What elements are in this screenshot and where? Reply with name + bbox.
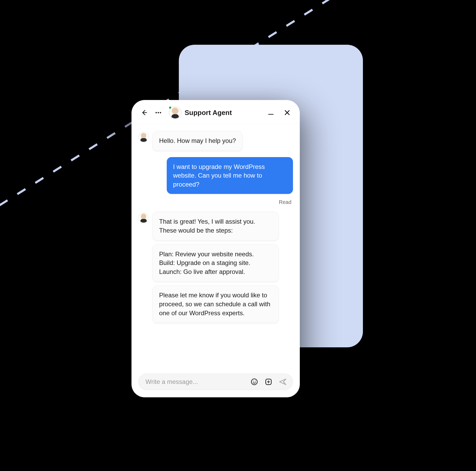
agent-message: Plan: Review your website needs. Build: …: [153, 244, 279, 282]
back-arrow-icon: [141, 109, 148, 116]
message-row: That is great! Yes, I will assist you. T…: [138, 212, 293, 323]
svg-point-8: [253, 381, 254, 382]
agent-message: Please let me know if you would like to …: [153, 285, 279, 323]
emoji-button[interactable]: [249, 377, 260, 387]
status-online-dot: [168, 106, 172, 109]
chat-messages[interactable]: Hello. How may I help you? I want to upg…: [131, 124, 300, 369]
agent-message: Hello. How may I help you?: [153, 131, 242, 151]
svg-point-3: [160, 112, 161, 113]
chat-header: Support Agent: [131, 100, 300, 124]
close-icon: [284, 109, 291, 116]
plus-box-icon: [265, 378, 272, 386]
svg-point-9: [255, 381, 256, 382]
chat-title-group: Support Agent: [169, 106, 232, 119]
chat-input-bar: [131, 369, 300, 397]
add-attachment-button[interactable]: [263, 377, 274, 387]
minimize-button[interactable]: [266, 107, 276, 118]
send-button[interactable]: [277, 377, 288, 387]
chat-title: Support Agent: [185, 109, 232, 117]
send-icon: [278, 378, 287, 386]
message-row: I want to upgrade my WordPress website. …: [138, 157, 293, 206]
emoji-icon: [250, 378, 258, 386]
agent-avatar: [138, 132, 149, 142]
svg-point-1: [155, 112, 157, 113]
back-button[interactable]: [139, 107, 149, 118]
minimize-icon: [267, 109, 274, 116]
input-pill: [138, 374, 293, 390]
read-status: Read: [279, 199, 293, 205]
chat-widget: Support Agent Hello. How may I help you?…: [131, 100, 300, 397]
message-row: Hello. How may I help you?: [138, 131, 293, 151]
close-button[interactable]: [282, 107, 292, 118]
message-input[interactable]: [145, 378, 245, 385]
svg-point-2: [158, 112, 159, 113]
agent-avatar: [138, 213, 149, 223]
more-options-button[interactable]: [153, 107, 164, 118]
agent-message: That is great! Yes, I will assist you. T…: [153, 212, 279, 240]
svg-point-7: [251, 379, 257, 385]
user-message: I want to upgrade my WordPress website. …: [167, 157, 293, 194]
more-options-icon: [155, 109, 162, 116]
